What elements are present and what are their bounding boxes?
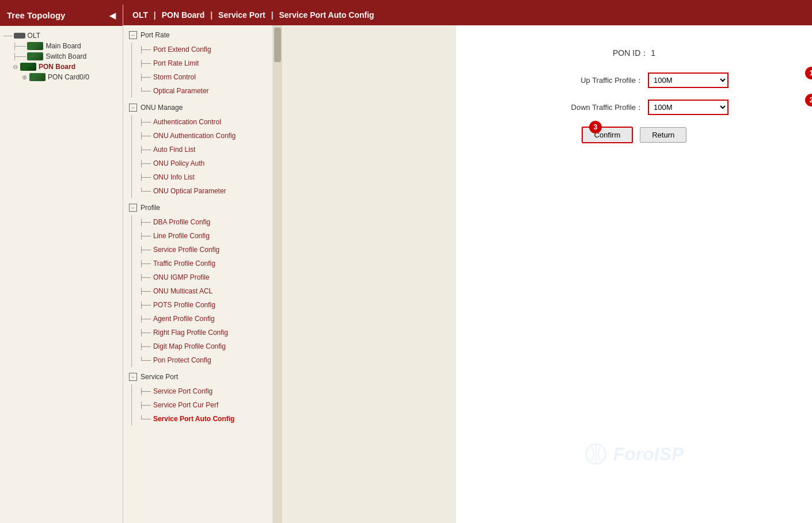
tree-connector: ── [3,32,13,39]
return-button[interactable]: Return [640,127,686,143]
watermark-text: ForoISP [613,444,684,464]
nav-section-header-onu-manage[interactable]: − ONU Manage [123,100,272,115]
breadcrumb-sep3: | [271,10,274,20]
nav-section-label-port-rate: Port Rate [141,31,170,39]
top-bar [0,0,812,5]
nav-item-service-profile[interactable]: ├── Service Profile Config [123,243,272,257]
scroll-thumb[interactable] [274,28,281,62]
down-traffic-row: Down Traffic Profile： 100M 200M 500M 1G … [468,100,800,115]
breadcrumb-sep2: | [210,10,213,20]
breadcrumb-auto-config: Service Port Auto Config [279,10,374,20]
nav-section-header-port-rate[interactable]: − Port Rate [123,28,272,43]
tree-item-olt[interactable]: ── OLT [3,30,119,41]
nav-item-dba-profile[interactable]: ├── DBA Profile Config [123,215,272,229]
breadcrumb-bar: OLT | PON Board | Service Port | Service… [123,5,812,25]
badge-1: 1 [805,67,812,79]
nav-item-right-flag-profile[interactable]: ├── Right Flag Profile Config [123,326,272,339]
pon-board-icon [20,63,36,71]
nav-item-onu-policy-auth[interactable]: ├── ONU Policy Auth [123,156,272,170]
nav-connector: ├── [139,46,151,54]
form-area: PON ID： 1 Up Traffic Profile： 100M 200M … [468,37,800,143]
badge-3: 3 [589,121,602,133]
nav-connector: ├── [139,160,151,167]
watermark: ForoISP [585,441,684,465]
section-expand-profile[interactable]: − [129,204,137,212]
nav-item-onu-optical-param[interactable]: └── ONU Optical Parameter [123,184,272,198]
tree-item-pon-board[interactable]: ⊖ PON Board [13,62,119,72]
section-expand-onu-manage[interactable]: − [129,104,137,112]
nav-item-auth-control[interactable]: ├── Authentication Control [123,115,272,129]
nav-item-storm-control[interactable]: ├── Storm Control [123,70,272,84]
tree-label-main-board: Main Board [45,42,81,50]
down-traffic-label: Down Traffic Profile： [540,102,643,113]
tree-children: ├── Main Board ├── Switch Board ⊖ PON Bo… [3,41,119,82]
pon-id-label: PON ID： [613,48,648,58]
nav-item-onu-multicast[interactable]: ├── ONU Multicast ACL [123,284,272,298]
button-row: Confirm Return 3 [468,127,800,143]
sidebar-header: Tree Topology ◀ [0,5,123,26]
nav-item-onu-igmp[interactable]: ├── ONU IGMP Profile [123,270,272,284]
nav-item-optical-parameter[interactable]: └── Optical Parameter [123,84,272,98]
nav-section-profile: − Profile ├── DBA Profile Config ├── [123,200,272,367]
nav-connector: ├── [139,146,151,154]
tree-label-switch-board: Switch Board [45,52,86,60]
nav-section-port-rate: − Port Rate ├── Port Extend Config ├── [123,28,272,98]
pon-id-value: 1 [651,48,655,58]
content-area: − Port Rate ├── Port Extend Config ├── [123,25,812,523]
nav-section-header-profile[interactable]: − Profile [123,200,272,215]
switch-board-icon [27,52,43,60]
nav-item-pon-protect[interactable]: └── Pon Protect Config [123,353,272,367]
nav-item-service-port-cur-perf[interactable]: ├── Service Port Cur Perf [123,398,272,412]
scroll-indicator[interactable] [273,25,282,523]
sidebar-collapse-icon[interactable]: ◀ [109,11,116,20]
main-content: PON ID： 1 Up Traffic Profile： 100M 200M … [456,25,812,523]
tree-children-pon: ⊕ PON Card0/0 [13,72,119,82]
nav-section-label-service-port: Service Port [141,373,178,381]
nav-item-line-profile[interactable]: ├── Line Profile Config [123,229,272,243]
tree-label-pon-board: PON Board [39,63,75,71]
section-expand-port-rate[interactable]: − [129,31,137,39]
nav-item-onu-auth-config[interactable]: ├── ONU Authentication Config [123,129,272,143]
sidebar-tree: ── OLT ├── Main Board ├── Switch Board [0,26,123,523]
nav-item-port-extend-config[interactable]: ├── Port Extend Config [123,43,272,56]
nav-item-auto-find-list[interactable]: ├── Auto Find List [123,143,272,156]
nav-item-traffic-profile[interactable]: ├── Traffic Profile Config [123,257,272,270]
nav-scroll-container: − Port Rate ├── Port Extend Config ├── [123,25,456,523]
nav-item-port-rate-limit[interactable]: ├── Port Rate Limit [123,56,272,70]
breadcrumb-pon-board: PON Board [162,10,205,20]
tree-item-main-board[interactable]: ├── Main Board [13,41,119,51]
nav-section-header-service-port[interactable]: − Service Port [123,369,272,384]
nav-connector: ├── [139,132,151,140]
tree-label-olt: OLT [28,32,40,40]
right-panel: OLT | PON Board | Service Port | Service… [123,5,812,523]
breadcrumb-olt: OLT [132,10,148,20]
nav-section-service-port: − Service Port ├── Service Port Config ├… [123,369,272,426]
up-traffic-row: Up Traffic Profile： 100M 200M 500M 1G 1 [468,72,800,88]
olt-icon [14,33,25,39]
sidebar-title: Tree Topology [7,10,65,20]
nav-item-onu-info-list[interactable]: ├── ONU Info List [123,170,272,184]
tree-label-pon-card: PON Card0/0 [48,73,89,81]
sidebar: Tree Topology ◀ ── OLT ├── Main Board ├─… [0,5,123,523]
pon-id-row: PON ID： 1 [468,48,800,59]
nav-item-digit-map-profile[interactable]: ├── Digit Map Profile Config [123,339,272,353]
nav-section-label-profile: Profile [141,204,160,212]
up-traffic-label: Up Traffic Profile： [540,75,643,86]
breadcrumb-sep1: | [154,10,156,20]
tree-connector-main: ├── [13,43,26,49]
tree-item-pon-card[interactable]: ⊕ PON Card0/0 [22,72,119,82]
up-traffic-select[interactable]: 100M 200M 500M 1G [648,72,728,88]
section-expand-service-port[interactable]: − [129,373,137,381]
tree-item-switch-board[interactable]: ├── Switch Board [13,51,119,62]
nav-item-pots-profile[interactable]: ├── POTS Profile Config [123,298,272,312]
nav-connector: ├── [139,174,151,181]
nav-item-agent-profile[interactable]: ├── Agent Profile Config [123,312,272,326]
breadcrumb-service-port: Service Port [218,10,265,20]
nav-item-service-port-config[interactable]: ├── Service Port Config [123,384,272,398]
nav-item-service-port-auto-config[interactable]: └── Service Port Auto Config [123,412,272,426]
expand-icon: ⊖ [13,63,18,71]
middle-nav: − Port Rate ├── Port Extend Config ├── [123,25,273,523]
down-traffic-select[interactable]: 100M 200M 500M 1G [648,100,728,115]
nav-section-label-onu-manage: ONU Manage [141,104,183,112]
badge-2: 2 [805,94,812,106]
